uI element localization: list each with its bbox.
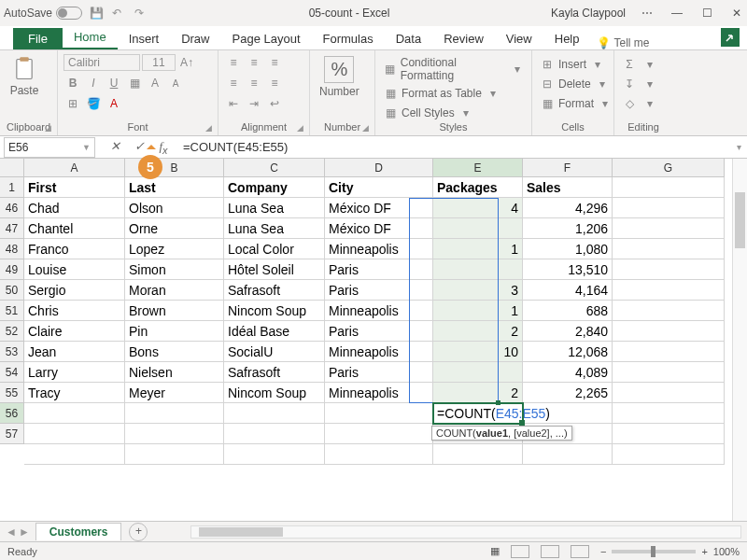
sheet-tab-customers[interactable]: Customers [35,523,122,540]
cell[interactable] [613,301,725,321]
page-break-view-icon[interactable] [571,545,589,558]
tab-formulas[interactable]: Formulas [312,28,385,49]
cell[interactable] [613,362,725,383]
font-size-select[interactable]: 11 [142,54,176,71]
align-right-icon[interactable]: ≡ [265,75,284,91]
close-icon[interactable]: ✕ [730,7,743,20]
conditional-formatting-button[interactable]: ▦Conditional Formatting▾ [381,56,526,82]
cell[interactable] [325,424,433,444]
cell[interactable] [613,403,725,424]
cell[interactable]: 1,206 [523,218,613,239]
cell[interactable]: Louise [24,259,125,280]
row-header-46[interactable]: 46 [0,198,24,218]
row-header-53[interactable]: 53 [0,342,24,362]
cell[interactable] [613,198,725,218]
cell[interactable]: Pin [125,321,224,342]
redo-icon[interactable]: ↷ [134,7,148,20]
cell[interactable]: Local Color [224,239,325,259]
cell[interactable]: Paris [325,362,433,383]
dialog-launcher-icon[interactable]: ◢ [362,123,369,133]
spreadsheet-grid[interactable]: ABCDEFG 1464748495051525354555657 FirstL… [0,159,747,521]
next-sheet-icon[interactable]: ► [19,525,30,539]
cell[interactable]: Simon [125,259,224,280]
font-color-icon[interactable]: A [105,95,123,112]
maximize-icon[interactable]: ☐ [700,7,713,20]
cell[interactable]: Minneapolis [325,301,433,321]
cell[interactable]: Hôtel Soleil [224,259,325,280]
col-header-C[interactable]: C [224,159,325,177]
cell[interactable]: Larry [24,362,125,383]
cell[interactable]: Chantel [24,218,125,239]
cell[interactable]: 2,265 [523,383,613,403]
chevron-down-icon[interactable]: ▼ [82,143,91,152]
col-header-E[interactable]: E [433,159,523,177]
enter-formula-icon[interactable]: ✓ [131,139,148,156]
cell[interactable]: Nincom Soup [224,383,325,403]
cell[interactable] [523,444,613,465]
autosum-button[interactable]: Σ▾ [620,56,659,73]
paste-button[interactable]: Paste [6,54,43,99]
cell[interactable] [433,362,523,383]
increase-indent-icon[interactable]: ⇥ [245,95,263,112]
row-header-57[interactable]: 57 [0,424,24,444]
cell[interactable] [24,444,125,465]
cell[interactable]: Chris [24,301,125,321]
col-header-A[interactable]: A [24,159,125,177]
format-cells-button[interactable]: ▦Format▾ [538,95,614,112]
ribbon-options-icon[interactable]: ⋯ [641,7,654,20]
cell[interactable]: 2,840 [523,321,613,342]
decrease-indent-icon[interactable]: ⇤ [224,95,243,112]
zoom-control[interactable]: − + 100% [600,546,740,557]
tab-home[interactable]: Home [63,26,118,49]
cell[interactable]: 4,089 [523,362,613,383]
zoom-slider[interactable] [612,550,696,553]
cell[interactable]: Sales [523,177,613,198]
cell[interactable]: Safrasoft [224,280,325,301]
cell[interactable] [613,177,725,198]
row-header-51[interactable]: 51 [0,301,24,321]
horizontal-scrollbar[interactable] [190,525,741,539]
tab-page-layout[interactable]: Page Layout [221,28,312,49]
zoom-out-icon[interactable]: − [600,546,606,557]
cell[interactable]: Nielsen [125,362,224,383]
cell[interactable]: Bons [125,342,224,362]
cell[interactable]: Safrasoft [224,362,325,383]
scroll-thumb[interactable] [199,527,283,537]
vertical-scrollbar[interactable] [732,159,747,521]
cell[interactable] [433,444,523,465]
cell[interactable]: Paris [325,321,433,342]
cell[interactable] [125,403,224,424]
formula-input[interactable]: =COUNT(E45:E55) [179,140,730,154]
underline-button[interactable]: U [105,75,123,91]
row-header-52[interactable]: 52 [0,321,24,342]
cell[interactable]: 10 [433,342,523,362]
bold-button[interactable]: B [63,75,82,91]
tab-draw[interactable]: Draw [170,28,220,49]
format-as-table-button[interactable]: ▦Format as Table▾ [381,85,502,102]
cell[interactable]: 2 [433,383,523,403]
cell[interactable] [613,321,725,342]
cell[interactable]: First [24,177,125,198]
row-header-49[interactable]: 49 [0,259,24,280]
expand-formula-bar-icon[interactable]: ▾ [730,142,747,152]
cell[interactable]: Brown [125,301,224,321]
cell[interactable] [24,424,125,444]
cell[interactable]: 1,080 [523,239,613,259]
cell[interactable]: Packages [433,177,523,198]
active-cell[interactable]: =COUNT(E45:E55) [433,403,523,424]
font-name-select[interactable]: Calibri [63,54,140,71]
fx-icon[interactable]: fx [155,139,172,156]
cell[interactable]: 4,164 [523,280,613,301]
cell[interactable]: 4,296 [523,198,613,218]
cell[interactable]: Minneapolis [325,342,433,362]
undo-icon[interactable]: ↶ [112,7,125,20]
toggle-off-icon[interactable] [56,7,82,20]
cell[interactable]: Minneapolis [325,383,433,403]
cell[interactable]: Tracy [24,383,125,403]
cell[interactable]: Luna Sea [224,198,325,218]
tab-insert[interactable]: Insert [118,28,171,49]
align-center-icon[interactable]: ≡ [245,75,263,91]
decrease-font-a-icon[interactable]: A [166,75,185,91]
dialog-launcher-icon[interactable]: ◢ [297,123,303,133]
tab-data[interactable]: Data [385,28,432,49]
